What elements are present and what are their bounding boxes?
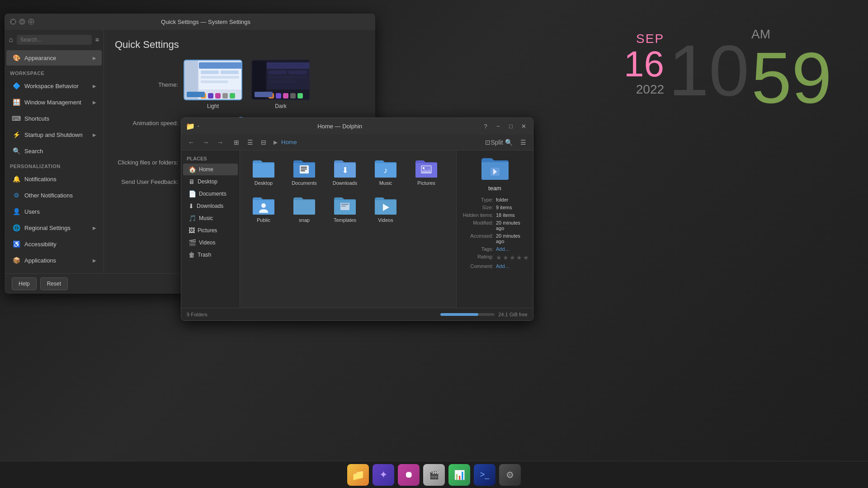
fm-place-desktop[interactable]: 🖥 Desktop [183,176,238,188]
fm-places-label: Places [181,154,240,163]
file-item-documents[interactable]: Documents [286,156,322,188]
sidebar-item-backups[interactable]: ✖ Backups [6,269,102,273]
fm-toolbar: ← → → ⊞ ☰ ⊟ ▶ Home ⊡ Split 🔍 ☰ [181,134,533,150]
fm-maximize-button[interactable]: □ [506,121,516,131]
fm-detail-comment: Comment: Add... [462,263,528,269]
taskbar: 📁 ✦ ⏺ 🎬 📊 >_ ⚙ [0,461,868,488]
fm-detail-rating: Rating: ★★★★★ [462,254,528,261]
desktop-place-label: Desktop [198,178,217,185]
tags-key: Tags: [462,246,496,252]
svg-rect-22 [276,93,281,99]
fm-place-trash[interactable]: 🗑 Trash [183,249,238,261]
sidebar-item-startup-shutdown[interactable]: ⚡ Startup and Shutdown ▶ [6,127,102,142]
fm-back-button[interactable]: ← [185,136,198,149]
fm-list-view-button[interactable]: ☰ [244,136,256,149]
desktop-place-icon: 🖥 [189,178,195,185]
theme-option-dark[interactable]: Dark [251,60,310,109]
sidebar-home-button[interactable]: ⌂ [8,33,14,46]
sidebar-item-users[interactable]: 👤 Users [6,204,102,219]
taskbar-video-icon[interactable]: 🎬 [423,464,445,486]
theme-option-light[interactable]: Light [184,60,242,109]
fm-grid-view-button[interactable]: ⊞ [230,136,243,149]
taskbar-media-icon[interactable]: ⏺ [398,464,420,486]
file-item-downloads[interactable]: ⬇ Downloads [327,156,363,188]
sidebar-item-workspace-behavior[interactable]: 🔷 Workspace Behavior ▶ [6,78,102,94]
fm-status-right: 24.1 GiB free [440,312,528,317]
fm-details-folder-name: team [462,185,528,192]
videos-file-label: Videos [378,217,393,223]
help-button[interactable]: Help [12,277,37,290]
fm-place-downloads[interactable]: ⬇ Downloads [183,200,238,212]
fm-body: Places 🏠 Home 🖥 Desktop 📄 Documents ⬇ Do… [181,150,533,308]
file-item-videos[interactable]: Videos [368,193,404,225]
svg-rect-27 [301,167,307,168]
svg-rect-11 [222,93,228,99]
sidebar-item-shortcuts[interactable]: ⌨ Shortcuts [6,111,102,126]
fm-split-button[interactable]: ⊡ Split [488,136,500,149]
downloads-folder-icon: ⬇ [333,159,357,178]
fm-place-videos[interactable]: 🎬 Videos [183,237,238,249]
sidebar: ⌂ ≡ 🎨 Appearance ▶ Workspace 🔷 Workspace… [5,30,104,273]
fm-compact-view-button[interactable]: ⊟ [257,136,270,149]
theme-preview-dark [251,60,310,100]
size-key: Size: [462,205,496,210]
fm-status-folders: 9 Folders [187,312,208,317]
fm-place-documents[interactable]: 📄 Documents [183,188,238,200]
notifications-icon: 🔔 [12,174,21,183]
music-place-label: Music [199,215,213,221]
svg-rect-3 [199,62,242,69]
sidebar-item-window-management[interactable]: 🪟 Window Management ▶ [6,94,102,110]
file-item-templates[interactable]: Templates [327,193,363,225]
fm-search-button[interactable]: 🔍 [502,136,515,149]
sidebar-item-accessibility[interactable]: ♿ Accessibility [6,236,102,252]
sidebar-item-applications[interactable]: 📦 Applications ▶ [6,253,102,268]
fm-forward-button[interactable]: → [199,136,212,149]
fm-place-music[interactable]: 🎵 Music [183,212,238,224]
sidebar-menu-button[interactable]: ≡ [94,33,100,46]
sidebar-search-input[interactable] [17,35,92,45]
documents-file-label: Documents [292,180,317,186]
file-item-public[interactable]: Public [245,193,282,225]
taskbar-kde-icon[interactable]: ✦ [373,464,394,486]
reset-button[interactable]: Reset [40,277,68,290]
taskbar-settings-icon[interactable]: ⚙ [499,464,521,486]
sidebar-item-search[interactable]: 🔍 Search [6,143,102,159]
tags-val-link[interactable]: Add... [496,246,509,252]
svg-point-35 [261,203,266,208]
trash-place-icon: 🗑 [189,251,195,258]
sidebar-item-other-notifications[interactable]: ⚙ Other Notifications [6,188,102,203]
home-place-label: Home [199,166,213,173]
templates-folder-icon [333,196,357,216]
fm-help-button[interactable]: ? [481,121,491,131]
fm-title: Home — Dolphin [202,123,478,130]
fm-place-home[interactable]: 🏠 Home [183,164,238,175]
taskbar-terminal-icon[interactable]: >_ [474,464,495,486]
sidebar-item-regional-settings[interactable]: 🌐 Regional Settings ▶ [6,220,102,235]
minimize-button[interactable]: − [19,19,25,25]
taskbar-files-icon[interactable]: 📁 [347,464,369,486]
personalization-section: Personalization [5,159,104,171]
fm-minimize-button[interactable]: − [493,121,503,131]
comment-val-link[interactable]: Add... [496,263,509,269]
file-item-music[interactable]: ♪ Music [368,156,404,188]
file-item-desktop[interactable]: Desktop [245,156,282,188]
startup-shutdown-arrow: ▶ [93,132,96,137]
taskbar-activity-icon[interactable]: 📊 [448,464,470,486]
fm-place-pictures[interactable]: 🖼 Pictures [183,225,238,236]
templates-file-label: Templates [334,217,356,223]
close-button[interactable]: ✕ [10,19,16,25]
theme-options: Light [184,60,310,109]
public-folder-icon [252,196,275,216]
fm-forward2-button[interactable]: → [214,136,226,149]
sidebar-item-appearance[interactable]: 🎨 Appearance ▶ [6,50,102,66]
maximize-button[interactable]: □ [28,19,34,25]
users-icon: 👤 [12,207,21,216]
fm-menu-button[interactable]: ☰ [517,136,529,149]
fm-close-button[interactable]: ✕ [519,121,528,131]
svg-rect-37 [341,204,349,205]
svg-rect-38 [341,206,346,206]
file-item-pictures[interactable]: Pictures [408,156,444,188]
pictures-file-label: Pictures [417,180,435,186]
file-item-snap[interactable]: snap [286,193,322,225]
sidebar-item-notifications[interactable]: 🔔 Notifications [6,171,102,187]
